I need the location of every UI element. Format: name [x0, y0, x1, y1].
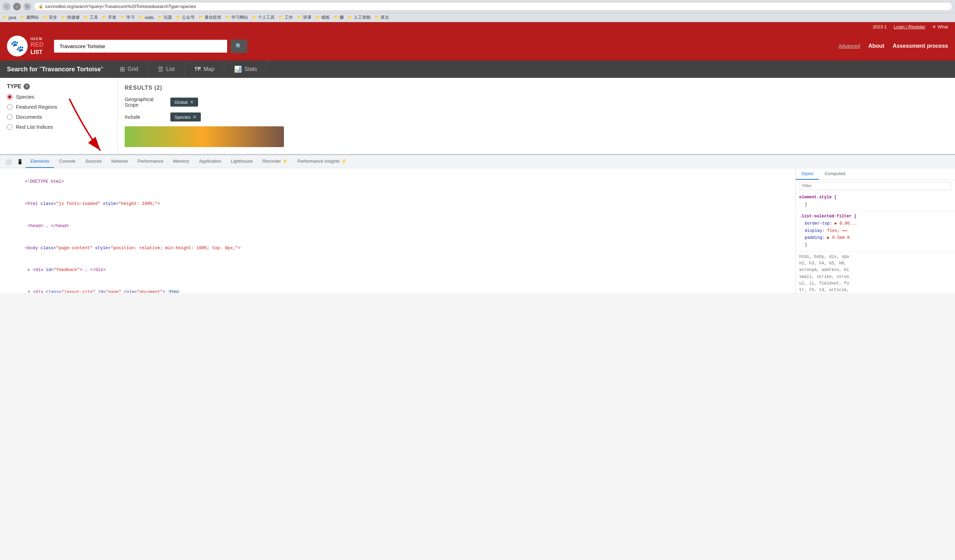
mobile-icon[interactable]: 📱: [14, 156, 26, 167]
what-link[interactable]: ☀ What: [932, 24, 948, 30]
bookmark-gongzuo[interactable]: 📁 工作: [279, 14, 293, 20]
styles-inherited-text-4: small, strike, stron: [799, 274, 952, 280]
header-nav: Advanced About Assessment process: [838, 43, 948, 49]
geo-scope-remove[interactable]: ✕: [190, 99, 194, 105]
login-register-link[interactable]: Login / Register: [894, 24, 925, 30]
logo-paw-icon: 🐾: [7, 36, 28, 56]
grid-icon: ⊞: [120, 66, 125, 73]
folder-icon: 📁: [375, 15, 379, 20]
radio-species[interactable]: Species: [7, 94, 110, 100]
include-remove[interactable]: ✕: [193, 114, 197, 120]
devtools-tab-recorder[interactable]: Recorder ⚡: [258, 155, 293, 168]
about-link[interactable]: About: [869, 43, 885, 49]
radio-documents[interactable]: Documents: [7, 114, 110, 120]
assessment-link[interactable]: Assessment process: [893, 43, 948, 49]
element-style-closing: }: [799, 201, 952, 208]
bookmark-gongju[interactable]: 📁 工具: [84, 14, 98, 20]
map-icon: 🗺: [195, 66, 201, 73]
radio-featured-input[interactable]: [7, 104, 13, 110]
bookmark-wanshua[interactable]: 📁 玩耍: [158, 14, 172, 20]
html-line-3: <head> … </head>: [3, 215, 792, 238]
folder-icon: 📁: [225, 15, 230, 20]
devtools-tab-network[interactable]: Network: [106, 155, 133, 168]
tab-map[interactable]: 🗺 Map: [185, 61, 224, 78]
bookmark-java[interactable]: 📁 java: [3, 15, 16, 20]
folder-icon: 📁: [176, 15, 181, 20]
back-button[interactable]: ‹: [3, 3, 10, 10]
devtools-tab-lighthouse[interactable]: Lighthouse: [226, 155, 258, 168]
tab-grid[interactable]: ⊞ Grid: [110, 61, 148, 78]
styles-inherited-text-2: h2, h3, h4, h5, h6,: [799, 260, 952, 267]
tab-list[interactable]: ☰ List: [148, 61, 185, 78]
search-query-label: Search for "Travancore Tortoise": [0, 61, 110, 78]
styles-inherited: html, body, div, spa h2, h3, h4, h5, h6,…: [796, 252, 955, 293]
devtools-tab-console[interactable]: Console: [54, 155, 80, 168]
bookmark-duanlian[interactable]: 📁 锻炼: [315, 14, 330, 20]
tab-stats-label: Stats: [244, 66, 257, 72]
styles-filter-input[interactable]: [799, 182, 952, 190]
folder-icon: 📁: [61, 15, 66, 20]
inspector-icon[interactable]: ⬜: [3, 156, 14, 167]
radio-redlist-label: Red List Indices: [16, 124, 53, 130]
html-line-5: ▶ <div id="feedback"> … </div>: [3, 259, 792, 282]
styles-inherited-text-6: tr, th, td, article,: [799, 287, 952, 293]
include-label: Include: [125, 114, 166, 120]
bookmark-ai[interactable]: 📁 人工智能: [348, 14, 371, 20]
address-bar[interactable]: 🔒 iucnredlist.org/search?query=Travancor…: [34, 2, 952, 11]
devtools-tab-sources[interactable]: Sources: [80, 155, 106, 168]
tab-grid-label: Grid: [128, 66, 138, 72]
iucn-top-bar: 2023-1 Login / Register ☀ What: [0, 22, 955, 31]
bookmark-kuaijiejian[interactable]: 📁 快捷键: [61, 14, 80, 20]
geo-scope-label: Geographical Scope: [125, 97, 166, 108]
bookmark-gongzhonghao[interactable]: 📁 公众号: [176, 14, 195, 20]
devtools-tab-memory[interactable]: Memory: [168, 155, 194, 168]
radio-documents-input[interactable]: [7, 114, 13, 120]
advanced-link[interactable]: Advanced: [838, 43, 860, 49]
view-tabs: ⊞ Grid ☰ List 🗺 Map 📊 Stats: [110, 61, 267, 78]
bookmark-suanfa[interactable]: 📁 算法: [375, 14, 389, 20]
logo-text: IUCN RED LIST: [30, 37, 44, 55]
forward-button[interactable]: ›: [13, 3, 21, 10]
folder-icon: 📁: [158, 15, 163, 20]
devtools-tab-performance[interactable]: Performance: [133, 155, 168, 168]
folder-icon: 📁: [84, 15, 89, 20]
styles-closing: }: [799, 242, 952, 249]
list-selected-selector: .list-selected-filter {: [799, 214, 952, 219]
results-panel: RESULTS (2) Geographical Scope Global ✕ …: [118, 78, 955, 154]
bookmark-kaifa[interactable]: 📁 开发: [102, 14, 116, 20]
styles-tab-styles[interactable]: Styles: [796, 168, 819, 180]
reload-button[interactable]: ↻: [23, 3, 31, 10]
radio-redlist[interactable]: Red List Indices: [7, 124, 110, 130]
include-value: Species: [175, 114, 191, 120]
devtools-tab-perf-insights[interactable]: Performance insights ⚡: [293, 155, 351, 168]
help-icon[interactable]: ?: [23, 83, 30, 90]
bookmark-redis[interactable]: 📁 redis: [139, 15, 154, 20]
main-search-button[interactable]: 🔍: [231, 39, 247, 53]
logo-red: RED: [30, 41, 44, 49]
bookmark-xuexiwz[interactable]: 📁 学习网站: [225, 14, 248, 20]
radio-featured[interactable]: Featured Regions: [7, 104, 110, 110]
folder-icon: 📁: [3, 15, 8, 20]
bookmark-zhuan[interactable]: 📁 赚: [334, 14, 344, 20]
radio-redlist-input[interactable]: [7, 124, 13, 130]
main-search-input[interactable]: [54, 40, 227, 53]
styles-tab-computed[interactable]: Computed: [819, 168, 851, 180]
search-bar-container: 🔍: [54, 39, 828, 53]
bookmark-xuexi[interactable]: 📁 学习: [121, 14, 135, 20]
bookmark-jianzhan[interactable]: 📁 建网站: [20, 14, 39, 20]
radio-species-label: Species: [16, 94, 34, 100]
styles-border-top: border-top: ▶ 0.06...: [799, 220, 952, 227]
bookmark-quantouzi[interactable]: 📁 量化投资: [199, 14, 221, 20]
iucn-logo: 🐾 IUCN RED LIST: [7, 36, 44, 56]
bookmark-jiangke[interactable]: 📁 讲课: [297, 14, 311, 20]
folder-icon: 📁: [315, 15, 320, 20]
folder-icon: 📁: [102, 15, 107, 20]
tab-stats[interactable]: 📊 Stats: [224, 61, 267, 78]
devtools-tab-application[interactable]: Application: [194, 155, 226, 168]
devtools-tab-elements[interactable]: Elements: [26, 155, 54, 168]
folder-icon: 📁: [279, 15, 283, 20]
bookmark-gerengjj[interactable]: 📁 个人工具: [252, 14, 275, 20]
radio-species-input[interactable]: [7, 94, 13, 100]
html-line-6: ▼ <div class="layout-site" id="page" rol…: [3, 282, 792, 293]
bookmark-anquan[interactable]: 📁 安全: [43, 14, 57, 20]
